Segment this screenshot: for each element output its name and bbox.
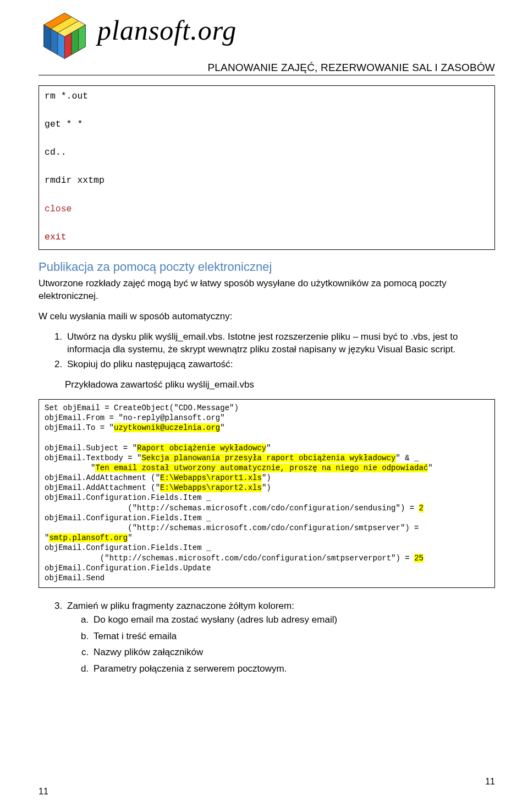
header-divider xyxy=(38,75,495,75)
section-heading: Publikacja za pomocą poczty elektroniczn… xyxy=(38,260,495,274)
page-number-left: 11 xyxy=(38,787,48,797)
intro-paragraph: Utworzone rozkłady zajęć mogą być w łatw… xyxy=(38,277,495,303)
svg-marker-5 xyxy=(44,25,51,51)
list-item: Skopiuj do pliku następującą zawartość: xyxy=(65,358,495,371)
code-block-vbs: Set objEmail = CreateObject("CDO.Message… xyxy=(38,399,495,588)
code-line: get * * xyxy=(45,119,82,129)
code-line: objEmail.AddAttachment ("E:\Webapps\rapo… xyxy=(45,473,271,482)
page-content: plansoft.org PLANOWANIE ZAJĘĆ, REZERWOWA… xyxy=(0,0,528,700)
code-line: cd.. xyxy=(45,147,67,157)
steps-list: Utwórz na dysku plik wyślij_email.vbs. I… xyxy=(65,331,495,371)
list-item: Do kogo email ma zostać wysłany (adres l… xyxy=(91,613,495,627)
code-block-shell: rm *.out get * * cd.. rmdir xxtmp close … xyxy=(38,85,495,250)
code-line: objEmail.To = "uzytkownik@uczelnia.org" xyxy=(45,423,225,432)
code-line: objEmail.Subject = "Raport obciążenie wy… xyxy=(45,444,271,453)
code-line: objEmail.Configuration.Fields.Item _ xyxy=(45,543,211,552)
list-item: Utwórz na dysku plik wyślij_email.vbs. I… xyxy=(65,331,495,356)
code-line: objEmail.Configuration.Fields.Update xyxy=(45,564,211,573)
code-line: objEmail.From = "no-reply@plansoft.org" xyxy=(45,413,225,422)
page-number-right: 11 xyxy=(485,777,495,787)
code-line: Set objEmail = CreateObject("CDO.Message… xyxy=(45,404,239,412)
list-item: Zamień w pliku fragmenty zaznaczone żółt… xyxy=(65,600,495,675)
svg-marker-10 xyxy=(72,29,79,55)
header-subtitle: PLANOWANIE ZAJĘĆ, REZERWOWANIE SAL I ZAS… xyxy=(38,62,495,74)
code-line: ("http://schemas.microsoft.com/cdo/confi… xyxy=(45,554,424,563)
list-item: Nazwy plików załączników xyxy=(91,645,495,660)
list-item: Parametry połączenia z serwerem pocztowy… xyxy=(91,662,495,676)
code-line: objEmail.Textbody = "Sekcja planowania p… xyxy=(45,454,419,462)
steps-list-continued: Zamień w pliku fragmenty zaznaczone żółt… xyxy=(65,600,495,675)
svg-marker-7 xyxy=(58,33,65,59)
code-line: "Ten email został utworzony automatyczni… xyxy=(45,464,433,472)
brand-text: plansoft.org xyxy=(97,14,237,46)
list-item: Temat i treść emaila xyxy=(91,629,495,644)
code-line: objEmail.Send xyxy=(45,574,105,582)
header: plansoft.org xyxy=(38,11,495,61)
sub-list: Do kogo email ma zostać wysłany (adres l… xyxy=(91,613,495,675)
code-line: exit xyxy=(45,232,67,242)
example-label: Przykładowa zawartość pliku wyślij_email… xyxy=(65,379,495,391)
code-line: close xyxy=(45,204,72,214)
svg-marker-9 xyxy=(65,33,72,59)
logo-cube-icon xyxy=(38,11,91,61)
lead-paragraph: W celu wysłania maili w sposób automatyc… xyxy=(38,310,495,323)
code-line: ("http://schemas.microsoft.com/cdo/confi… xyxy=(45,504,424,513)
code-line: objEmail.Configuration.Fields.Item _ xyxy=(45,493,211,502)
code-line: objEmail.AddAttachment ("E:\Webapps\rapo… xyxy=(45,483,271,492)
svg-marker-6 xyxy=(51,29,58,55)
code-line: objEmail.Configuration.Fields.Item _ xyxy=(45,514,211,522)
code-line: rm *.out xyxy=(45,91,88,101)
code-line: ("http://schemas.microsoft.com/cdo/confi… xyxy=(45,524,424,542)
svg-marker-11 xyxy=(79,25,86,51)
code-line: rmdir xxtmp xyxy=(45,175,105,186)
